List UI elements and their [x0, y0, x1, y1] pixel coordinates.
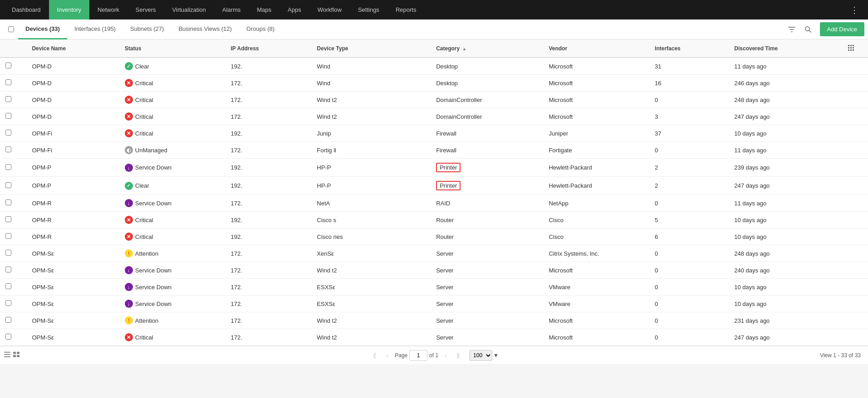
device-name-cell: OPM-R	[26, 195, 119, 212]
row-checkbox[interactable]	[5, 199, 11, 205]
category-cell: Server	[431, 329, 543, 346]
status-text: Critical	[135, 97, 153, 103]
footer-icon-2[interactable]	[13, 351, 20, 359]
row-checkbox[interactable]	[5, 334, 11, 340]
col-category[interactable]: Category ▲	[431, 39, 543, 58]
page-first-btn[interactable]: ⟪	[369, 350, 380, 361]
tab-devices[interactable]: Devices (33)	[18, 19, 67, 39]
device-type-cell: Wind t2	[311, 329, 431, 346]
row-checkbox[interactable]	[5, 130, 11, 136]
table-row: OPM-Sε ✕ Critical 172. Wind t2 Server Mi…	[0, 329, 868, 346]
row-config-cell	[842, 245, 868, 262]
page-last-btn[interactable]: ⟫	[453, 350, 464, 361]
row-checkbox-cell	[0, 262, 26, 279]
category-cell: Firewall	[431, 125, 543, 142]
status-badge: ✕ Critical	[125, 216, 153, 224]
nav-reports[interactable]: Reports	[387, 0, 425, 19]
device-type-cell: NetA	[311, 195, 431, 212]
nav-servers[interactable]: Servers	[128, 0, 164, 19]
footer-icon-1[interactable]	[4, 351, 11, 359]
tab-business-views[interactable]: Business Views (12)	[171, 19, 239, 39]
row-checkbox[interactable]	[5, 250, 11, 256]
row-checkbox[interactable]	[5, 317, 11, 323]
nav-apps[interactable]: Apps	[280, 0, 309, 19]
row-checkbox[interactable]	[5, 63, 11, 68]
row-config-cell	[842, 142, 868, 159]
svg-rect-15	[13, 355, 16, 357]
nav-network[interactable]: Network	[89, 0, 128, 19]
row-checkbox[interactable]	[5, 267, 11, 272]
status-critical-icon: ✕	[125, 333, 133, 341]
col-config	[842, 39, 868, 58]
row-checkbox[interactable]	[5, 96, 11, 102]
ip-cell: 192.	[225, 212, 311, 228]
category-cell: Firewall	[431, 142, 543, 159]
discovered-cell: 10 days ago	[729, 228, 841, 245]
row-config-cell	[842, 212, 868, 228]
row-checkbox-cell	[0, 108, 26, 125]
interfaces-cell: 6	[649, 228, 729, 245]
row-config-cell	[842, 296, 868, 312]
row-checkbox[interactable]	[5, 146, 11, 152]
search-icon[interactable]	[800, 21, 816, 38]
status-service-down-icon: ↓	[125, 164, 133, 172]
row-checkbox-cell	[0, 279, 26, 296]
discovered-cell: 239 days ago	[729, 159, 841, 177]
row-checkbox[interactable]	[5, 113, 11, 119]
tab-groups[interactable]: Groups (8)	[239, 19, 282, 39]
col-device-name[interactable]: Device Name	[26, 39, 119, 58]
col-ip-address[interactable]: IP Address	[225, 39, 311, 58]
row-checkbox[interactable]	[5, 300, 11, 306]
col-interfaces[interactable]: Interfaces	[649, 39, 729, 58]
device-type-cell: ESXSε	[311, 296, 431, 312]
nav-inventory[interactable]: Inventory	[49, 0, 89, 19]
col-vendor[interactable]: Vendor	[543, 39, 649, 58]
nav-virtualization[interactable]: Virtualization	[164, 0, 214, 19]
page-prev-btn[interactable]: ‹	[382, 350, 393, 361]
discovered-cell: 231 days ago	[729, 312, 841, 329]
category-cell: Server	[431, 279, 543, 296]
nav-alarms[interactable]: Alarms	[214, 0, 249, 19]
svg-rect-16	[17, 355, 20, 357]
col-device-type[interactable]: Device Type	[311, 39, 431, 58]
row-checkbox-cell	[0, 92, 26, 108]
col-discovered-time[interactable]: Discovered Time	[729, 39, 841, 58]
per-page-dropdown[interactable]: 100	[469, 350, 492, 361]
row-config-cell	[842, 125, 868, 142]
tab-subnets[interactable]: Subnets (27)	[123, 19, 171, 39]
row-checkbox[interactable]	[5, 164, 11, 170]
row-checkbox[interactable]	[5, 182, 11, 188]
select-all-checkbox[interactable]	[8, 26, 14, 32]
nav-maps[interactable]: Maps	[249, 0, 280, 19]
add-device-button[interactable]: Add Device	[820, 22, 864, 36]
row-checkbox[interactable]	[5, 283, 11, 289]
svg-rect-8	[850, 49, 852, 51]
vendor-cell: Microsoft	[543, 92, 649, 108]
interfaces-cell: 0	[649, 312, 729, 329]
vendor-cell: Hewlett-Packard	[543, 177, 649, 195]
status-cell: ◐ UnManaged	[119, 142, 226, 159]
row-checkbox[interactable]	[5, 216, 11, 222]
status-unmanaged-icon: ◐	[125, 146, 133, 154]
tab-interfaces[interactable]: Interfaces (195)	[67, 19, 123, 39]
page-input[interactable]	[409, 350, 427, 361]
vendor-cell: Microsoft	[543, 329, 649, 346]
filter-icon[interactable]	[784, 21, 800, 38]
row-checkbox-cell	[0, 75, 26, 92]
row-checkbox[interactable]	[5, 233, 11, 239]
nav-settings[interactable]: Settings	[350, 0, 387, 19]
interfaces-cell: 0	[649, 245, 729, 262]
nav-more-icon[interactable]: ⋮	[844, 0, 864, 19]
col-status[interactable]: Status	[119, 39, 226, 58]
nav-dashboard[interactable]: Dashboard	[4, 0, 49, 19]
vendor-cell: Microsoft	[543, 58, 649, 75]
status-badge: ✓ Clear	[125, 62, 149, 70]
ip-cell: 192.	[225, 159, 311, 177]
table-row: OPM-R ↓ Service Down 172. NetA RAID NetA…	[0, 195, 868, 212]
per-page-select[interactable]: 100 ▼	[469, 350, 499, 361]
status-attention-icon: !	[125, 249, 133, 257]
nav-workflow[interactable]: Workflow	[309, 0, 350, 19]
status-cell: ✓ Clear	[119, 58, 226, 75]
row-checkbox[interactable]	[5, 79, 11, 85]
page-next-btn[interactable]: ›	[440, 350, 451, 361]
